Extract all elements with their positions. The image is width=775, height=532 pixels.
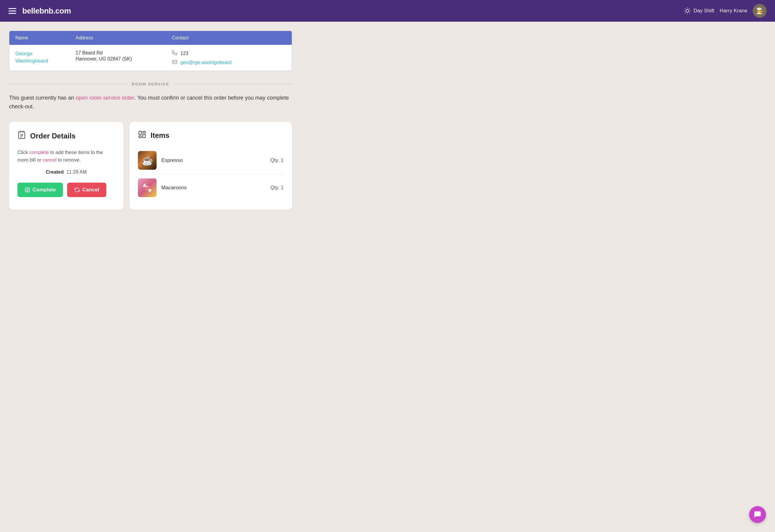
phone-number: 123 — [180, 51, 188, 56]
items-card: Items Espresso Qty. 1 Macaroons Qty. 1 — [129, 122, 292, 210]
phone-icon — [172, 50, 177, 57]
clipboard-icon — [17, 130, 26, 142]
order-title-row: Order Details — [17, 130, 115, 142]
col-address: Address — [76, 35, 172, 41]
cards-row: Order Details Click complete to add thes… — [9, 122, 292, 210]
macaroons-thumbnail — [138, 178, 156, 197]
shift-indicator: Day Shift — [684, 7, 714, 14]
room-service-notice: This guest currently has an open room se… — [9, 94, 292, 111]
guest-contact: 123 geo@rge.washignbeard — [172, 50, 286, 65]
espresso-thumbnail — [138, 151, 156, 170]
item-row-macaroons: Macaroons Qty. 1 — [138, 174, 284, 201]
col-contact: Contact — [172, 35, 286, 41]
desc-after: to remove. — [57, 157, 81, 162]
chat-icon — [753, 510, 762, 519]
room-service-divider: ROOM SERVICE — [9, 82, 292, 86]
app-header: bellebnb.com Day Shift Harry Krane 👨‍🍳 — [0, 0, 775, 22]
desc-before: Click — [17, 150, 29, 155]
address-line2: Hannover, UG 02847 (SK) — [76, 56, 172, 62]
check-icon — [25, 187, 30, 193]
complete-link-text: complete — [29, 150, 49, 155]
email-icon — [172, 60, 177, 65]
svg-rect-16 — [25, 188, 29, 192]
item-name-espresso: Espresso — [161, 157, 265, 163]
svg-rect-18 — [143, 131, 145, 133]
guest-table-header: Name Address Contact — [9, 31, 292, 45]
item-name-macaroons: Macaroons — [161, 185, 265, 191]
avatar[interactable]: 👨‍🍳 — [753, 4, 767, 18]
svg-rect-20 — [139, 136, 141, 138]
item-qty-espresso: Qty. 1 — [270, 157, 284, 163]
chat-fab[interactable] — [749, 506, 766, 523]
notice-before: This guest currently has an — [9, 95, 76, 101]
shift-label: Day Shift — [693, 8, 714, 14]
order-card-title: Order Details — [30, 132, 76, 140]
order-description: Click complete to add these items to the… — [17, 149, 115, 164]
items-title-row: Items — [138, 130, 284, 141]
guest-address: 17 Beard Rd Hannover, UG 02847 (SK) — [76, 50, 172, 65]
items-icon — [138, 130, 146, 141]
email-row: geo@rge.washignbeard — [172, 60, 286, 65]
open-order-link[interactable]: open room service order — [76, 95, 134, 101]
guest-name-cell: George Washingbeard — [15, 50, 76, 65]
room-service-title: ROOM SERVICE — [132, 82, 169, 86]
complete-button[interactable]: Complete — [17, 183, 63, 197]
created-label: Created — [46, 169, 64, 175]
guest-name-line2[interactable]: Washingbeard — [15, 57, 76, 65]
guest-name-line1[interactable]: George — [15, 50, 76, 57]
items-card-title: Items — [150, 131, 169, 140]
svg-rect-19 — [143, 135, 145, 138]
user-name: Harry Krane — [720, 8, 747, 14]
order-meta: Created 11:29 AM — [17, 169, 115, 175]
order-buttons: Complete Cancel — [17, 183, 115, 197]
item-qty-macaroons: Qty. 1 — [270, 185, 284, 191]
item-row-espresso: Espresso Qty. 1 — [138, 147, 284, 174]
recycle-icon — [74, 187, 80, 193]
address-line1: 17 Beard Rd — [76, 50, 172, 56]
cancel-button[interactable]: Cancel — [67, 183, 106, 197]
sun-icon — [684, 7, 691, 14]
svg-rect-17 — [139, 131, 141, 135]
created-time: 11:29 AM — [66, 169, 87, 175]
col-name: Name — [15, 35, 76, 41]
main-content: Name Address Contact George Washingbeard… — [0, 22, 301, 222]
cancel-link-text: cancel — [43, 157, 57, 162]
phone-row: 123 — [172, 50, 286, 57]
guest-table-row: George Washingbeard 17 Beard Rd Hannover… — [9, 45, 292, 71]
order-details-card: Order Details Click complete to add thes… — [9, 122, 123, 210]
svg-line-3 — [685, 8, 686, 9]
brand-logo: bellebnb.com — [22, 6, 71, 16]
guest-email[interactable]: geo@rge.washignbeard — [180, 60, 231, 65]
svg-point-0 — [686, 9, 689, 12]
guest-table: Name Address Contact George Washingbeard… — [9, 31, 292, 71]
svg-line-7 — [685, 13, 686, 13]
menu-toggle[interactable] — [8, 8, 16, 14]
